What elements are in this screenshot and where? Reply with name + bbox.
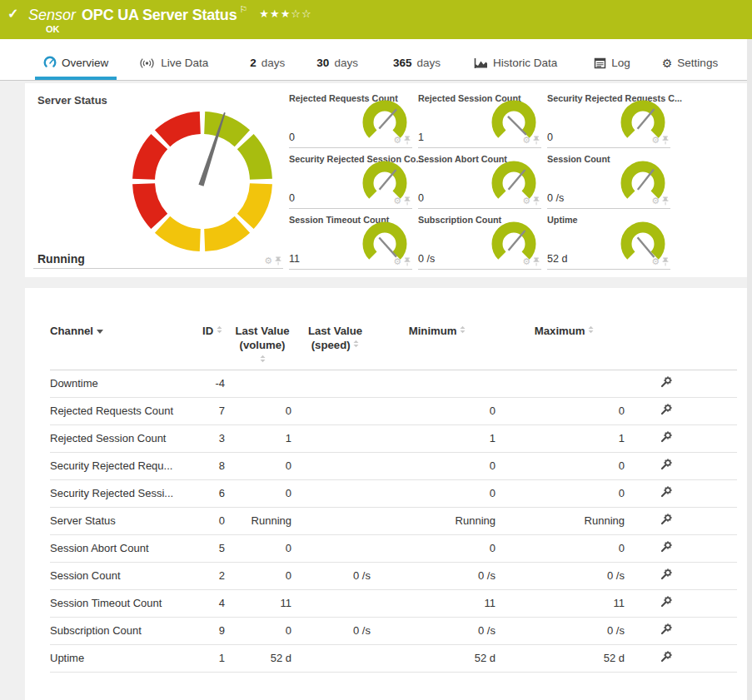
channel-name: Rejected Session Count [50,424,200,452]
channel-cell: 6 [200,479,233,507]
channel-cell: 0 [233,617,300,644]
channel-cell [379,370,504,397]
channel-cell: 3 [200,424,233,452]
channel-cell: 1 [504,424,633,452]
table-row: Session Count200 /s0 /s0 /s [50,562,737,589]
mini-gauge-value: 0 /s [418,253,435,265]
sort-icon[interactable] [217,325,222,334]
column-header[interactable]: ID [200,325,233,370]
channel-name: Security Rejected Requ... [50,452,200,479]
channel-name: Downtime [50,370,200,397]
channel-cell [300,370,379,397]
mini-gauge-panel: Security Rejected Requests C... 0 ⚙ [547,88,670,148]
channel-cell: 0 /s [379,562,504,589]
gear-icon[interactable]: ⚙ [264,256,272,266]
gear-icon[interactable]: ⚙ [522,257,530,266]
channel-cell: 0 [200,507,233,534]
channel-cell: -4 [200,370,233,397]
pin-icon[interactable] [404,257,411,266]
table-row: Server Status0RunningRunningRunning [50,507,737,534]
tab-overview[interactable]: Overview [35,56,117,80]
channel-cell: 7 [200,397,233,424]
wrench-icon[interactable] [660,376,672,388]
column-header[interactable]: Maximum [504,325,633,370]
page-edge [747,39,752,700]
gear-icon: ⚙ [662,57,673,69]
wrench-icon[interactable] [660,404,672,415]
mini-gauge-value: 0 [547,132,553,143]
sort-caret-icon[interactable] [97,330,103,334]
flag-icon[interactable]: ⚐ [239,4,247,14]
sort-icon[interactable] [460,325,466,334]
tab-live-data[interactable]: Live Data [130,57,217,80]
gear-icon[interactable]: ⚙ [393,257,401,266]
gear-icon[interactable]: ⚙ [393,136,401,145]
pin-icon[interactable] [662,257,669,266]
channel-cell: 0 [379,397,504,424]
wrench-icon[interactable] [660,514,672,525]
wrench-icon[interactable] [660,651,672,663]
mini-gauge-panel: Session Count 0 /s ⚙ [547,149,670,209]
tab-log[interactable]: Log [585,57,639,80]
pin-icon[interactable] [275,256,281,266]
channel-cell: Running [504,507,633,534]
wrench-icon[interactable] [660,541,672,553]
column-header[interactable]: Last Value(speed) [300,325,379,370]
sensor-kind-label: Sensor [28,7,76,23]
column-header[interactable]: Last Value(volume) [233,325,300,370]
gear-icon[interactable]: ⚙ [651,136,660,145]
pin-icon[interactable] [533,196,540,206]
channel-cell [300,452,379,479]
pin-icon[interactable] [404,136,411,145]
tab-30-days[interactable]: 30days [308,57,366,80]
tab-365-days[interactable]: 365days [385,57,449,80]
wrench-icon[interactable] [660,596,672,608]
channel-cell [300,507,379,534]
sort-icon[interactable] [353,340,359,348]
wrench-icon[interactable] [660,459,672,470]
channel-name: Subscription Count [50,617,200,644]
priority-stars[interactable]: ★★★☆☆ [259,7,311,20]
wrench-icon[interactable] [660,568,672,580]
pin-icon[interactable] [533,257,540,266]
pin-icon[interactable] [662,136,669,145]
gear-icon[interactable]: ⚙ [393,196,401,206]
main-gauge-title: Server Status [37,94,107,107]
channel-cell: 0 /s [300,617,379,644]
channel-name: Rejected Requests Count [50,397,200,424]
gear-icon[interactable]: ⚙ [522,136,530,145]
mini-gauge-title: Uptime [547,215,578,225]
wrench-icon[interactable] [660,486,672,498]
tab-settings[interactable]: ⚙ Settings [654,57,718,80]
column-header[interactable]: Minimum [379,325,504,370]
channel-cell: 0 /s [379,617,504,644]
table-row: Rejected Requests Count7000 [50,397,737,424]
gear-icon[interactable]: ⚙ [522,196,530,206]
channel-cell: Running [233,507,300,534]
tab-2-days[interactable]: 2days [242,57,293,80]
main-gauge-value: Running [37,252,85,266]
channel-cell: 5 [200,534,233,562]
channel-cell: 2 [200,562,233,589]
channel-cell: 0 [233,479,300,507]
pin-icon[interactable] [533,136,540,145]
gear-icon[interactable]: ⚙ [651,196,660,206]
mini-gauge-panel: Session Abort Count 0 ⚙ [418,149,541,209]
channel-cell: 0 /s [504,562,633,589]
wrench-icon[interactable] [660,431,672,443]
mini-gauge-panel: Session Timeout Count 11 ⚙ [289,210,412,270]
channel-cell [300,644,379,672]
channels-card: Channel ID Last Value(volume)Last Value(… [25,288,747,700]
channel-cell [233,370,300,397]
channel-cell: Running [379,507,504,534]
wrench-icon[interactable] [660,623,672,635]
sort-icon[interactable] [260,355,266,363]
channel-cell: 0 [504,397,633,424]
mini-gauge-value: 1 [418,132,424,143]
pin-icon[interactable] [404,196,411,206]
pin-icon[interactable] [662,196,669,206]
gear-icon[interactable]: ⚙ [651,257,660,266]
sort-icon[interactable] [588,325,594,334]
column-header[interactable]: Channel [50,325,200,370]
tab-historic-data[interactable]: Historic Data [466,57,565,80]
